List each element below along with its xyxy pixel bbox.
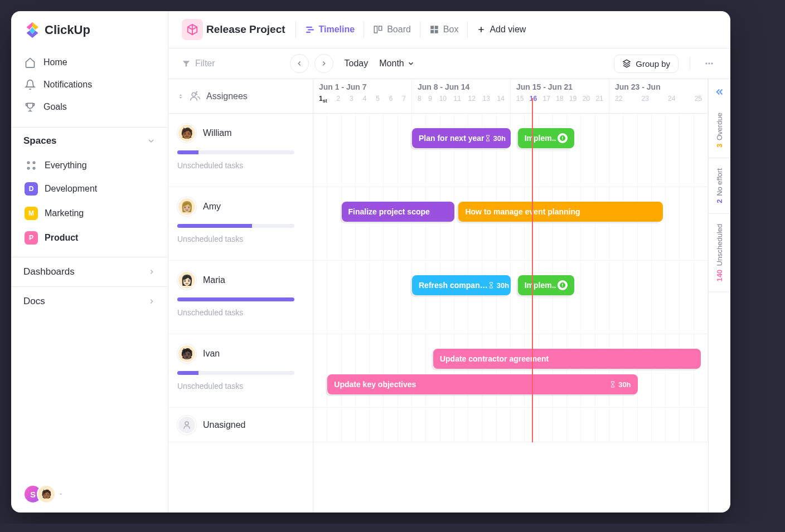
- task-bar[interactable]: Update key objectives30h: [327, 374, 637, 394]
- tab-box[interactable]: Box: [420, 21, 468, 38]
- filter-button[interactable]: Filter: [182, 58, 215, 69]
- svg-point-1: [33, 162, 35, 163]
- day-number: 17: [543, 95, 550, 103]
- svg-point-2: [27, 167, 29, 169]
- task-hours: 30h: [484, 134, 506, 143]
- range-selector[interactable]: Month: [379, 58, 414, 69]
- sidebar-footer: S 🧑🏾: [11, 476, 168, 513]
- sidebar: ClickUp Home Notifications Goals Spaces: [11, 11, 168, 513]
- alert-icon: [558, 280, 568, 290]
- timeline: Assignees 🧑🏾 William Unscheduled tasks 👩…: [168, 79, 730, 513]
- unscheduled-link[interactable]: Unscheduled tasks: [177, 382, 304, 391]
- assignee-row[interactable]: 👩🏼 Amy Unscheduled tasks: [168, 187, 313, 261]
- task-bar[interactable]: How to manage event planning: [458, 202, 663, 222]
- dashboards-section[interactable]: Dashboards: [11, 257, 168, 286]
- assignee-row[interactable]: 👩🏻 Maria Unscheduled tasks: [168, 261, 313, 334]
- week-header: Jun 1 - Jun 71st234567: [313, 79, 412, 113]
- assignee-name: Amy: [203, 202, 221, 212]
- task-bar[interactable]: Update contractor agreement: [433, 349, 701, 369]
- filter-icon: [182, 59, 191, 68]
- progress-bar: [177, 224, 294, 228]
- task-bar[interactable]: Implem..: [518, 128, 574, 148]
- cube-icon: [186, 23, 198, 36]
- unassigned-icon: [177, 416, 196, 435]
- people-icon: [190, 91, 201, 102]
- svg-rect-5: [308, 29, 314, 30]
- assignee-column-header[interactable]: Assignees: [168, 79, 313, 114]
- dots-icon: [704, 58, 715, 69]
- space-marketing[interactable]: M Marketing: [18, 201, 161, 226]
- collapse-rail-button[interactable]: [715, 87, 725, 103]
- day-number: 10: [439, 95, 447, 103]
- nav-goals[interactable]: Goals: [18, 96, 161, 118]
- day-numbers: 15161718192021: [516, 95, 603, 103]
- add-view-button[interactable]: Add view: [467, 21, 535, 38]
- chart-body: Plan for next year30hImplem..Finalize pr…: [313, 114, 708, 442]
- dropdown-caret-icon[interactable]: [58, 491, 64, 497]
- primary-nav: Home Notifications Goals: [11, 49, 168, 120]
- project-icon[interactable]: [182, 19, 203, 40]
- rail-overdue-count: 3: [715, 144, 724, 148]
- task-bar-label: Refresh compan…: [419, 281, 488, 290]
- tab-board[interactable]: Board: [364, 21, 420, 38]
- nav-notifications-label: Notifications: [43, 80, 92, 90]
- day-number: 4: [363, 95, 367, 104]
- task-bar[interactable]: Refresh compan…30h: [412, 275, 511, 295]
- tab-timeline[interactable]: Timeline: [295, 21, 364, 38]
- dashboards-label: Dashboards: [23, 266, 75, 277]
- prev-button[interactable]: [290, 54, 309, 73]
- week-label: Jun 1 - Jun 7: [319, 82, 406, 91]
- week-header: Jun 15 - Jun 2115161718192021: [511, 79, 609, 113]
- assignee-row[interactable]: 🧑🏾 William Unscheduled tasks: [168, 114, 313, 187]
- rail-noeffort-label: No effort: [715, 168, 724, 196]
- unscheduled-link[interactable]: Unscheduled tasks: [177, 235, 304, 243]
- home-icon: [25, 57, 36, 68]
- rail-noeffort[interactable]: 2 No effort: [709, 158, 730, 214]
- avatar: 🧑🏾: [37, 485, 56, 504]
- space-everything[interactable]: Everything: [18, 154, 161, 177]
- today-button[interactable]: Today: [341, 58, 372, 69]
- rail-unscheduled[interactable]: 140 Unscheduled: [709, 214, 730, 292]
- space-product[interactable]: P Product: [18, 226, 161, 250]
- groupby-button[interactable]: Group by: [614, 55, 679, 73]
- chevron-down-icon: [147, 136, 156, 145]
- gantt-lane: Plan for next year30hImplem..: [313, 114, 708, 187]
- day-number: 9: [428, 95, 432, 103]
- add-view-label: Add view: [490, 25, 526, 35]
- unscheduled-link[interactable]: Unscheduled tasks: [177, 308, 304, 317]
- rail-overdue-label: Overdue: [715, 113, 724, 140]
- space-badge: M: [25, 207, 38, 220]
- space-development[interactable]: D Development: [18, 177, 161, 201]
- gantt-chart[interactable]: Jun 1 - Jun 71st234567Jun 8 - Jun 148910…: [313, 79, 708, 513]
- nav-home[interactable]: Home: [18, 51, 161, 74]
- day-numbers: 22232425: [615, 95, 702, 103]
- avatar: 🧑🏾: [177, 124, 196, 143]
- workspace-avatars[interactable]: S 🧑🏾: [23, 485, 56, 504]
- task-bar[interactable]: Plan for next year30h: [412, 128, 511, 148]
- logo[interactable]: ClickUp: [11, 11, 168, 49]
- rail-unscheduled-count: 140: [715, 270, 724, 282]
- day-number: 16: [530, 95, 537, 103]
- day-number: 11: [454, 95, 461, 103]
- task-bar[interactable]: Finalize project scope: [342, 202, 454, 222]
- svg-rect-4: [306, 27, 312, 28]
- rail-overdue[interactable]: 3 Overdue: [709, 103, 730, 158]
- next-button[interactable]: [314, 54, 333, 73]
- assignee-column: Assignees 🧑🏾 William Unscheduled tasks 👩…: [168, 79, 313, 513]
- task-bar-label: Update key objectives: [334, 380, 416, 389]
- docs-section[interactable]: Docs: [11, 286, 168, 316]
- assignee-column-label: Assignees: [206, 91, 248, 101]
- spaces-header[interactable]: Spaces: [11, 127, 168, 154]
- assignee-name: Maria: [203, 275, 225, 285]
- assignee-row[interactable]: 🧑🏿 Ivan Unscheduled tasks: [168, 334, 313, 408]
- week-label: Jun 23 - Jun: [615, 82, 702, 91]
- unscheduled-link[interactable]: Unscheduled tasks: [177, 161, 304, 170]
- more-button[interactable]: [701, 56, 717, 71]
- day-number: 21: [596, 95, 603, 103]
- svg-rect-9: [430, 26, 434, 29]
- filter-label: Filter: [195, 58, 215, 69]
- nav-notifications[interactable]: Notifications: [18, 74, 161, 96]
- task-bar[interactable]: Implem..: [518, 275, 574, 295]
- board-icon: [373, 25, 383, 35]
- assignee-row-unassigned[interactable]: Unasigned: [168, 408, 313, 442]
